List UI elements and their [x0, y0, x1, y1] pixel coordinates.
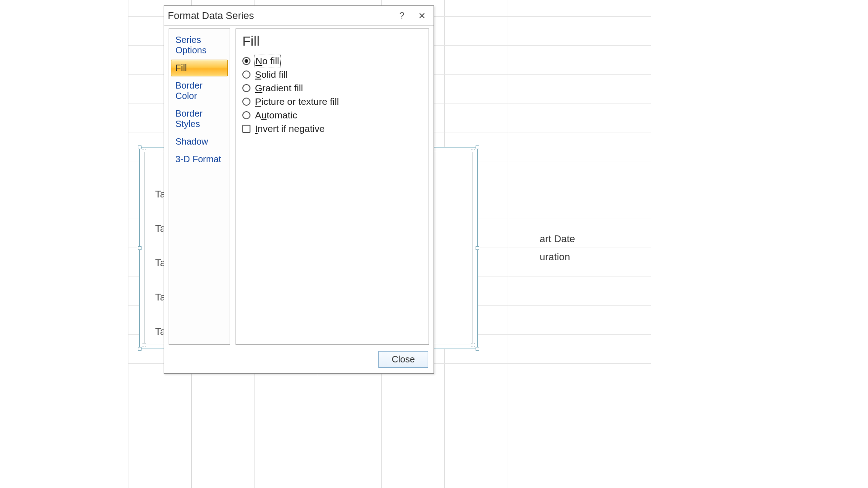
nav-shadow[interactable]: Shadow: [171, 133, 228, 150]
close-window-button[interactable]: ✕: [412, 8, 432, 24]
resize-handle[interactable]: [138, 347, 142, 351]
dialog-body: Series Options Fill Border Color Border …: [164, 26, 434, 347]
nav-series-options[interactable]: Series Options: [171, 32, 228, 59]
legend-entry: uration: [540, 251, 575, 263]
resize-handle[interactable]: [476, 246, 479, 250]
dialog-title: Format Data Series: [168, 10, 392, 22]
radio-label: Gradient fill: [255, 83, 303, 94]
legend-entry: art Date: [540, 233, 575, 245]
close-icon: ✕: [418, 10, 426, 21]
resize-handle[interactable]: [476, 145, 479, 149]
panel-title: Fill: [242, 33, 422, 49]
radio-icon: [242, 84, 250, 92]
checkbox-icon: [242, 125, 250, 133]
radio-label: Picture or texture fill: [255, 96, 339, 107]
nav-border-styles[interactable]: Border Styles: [171, 105, 228, 132]
radio-icon: [242, 57, 250, 65]
radio-automatic[interactable]: Automatic: [242, 108, 422, 122]
radio-label: Automatic: [255, 110, 297, 121]
close-button[interactable]: Close: [378, 351, 428, 368]
resize-handle[interactable]: [476, 347, 479, 351]
checkbox-label: Invert if negative: [255, 123, 325, 134]
help-icon: ?: [399, 10, 404, 21]
nav-3d-format[interactable]: 3-D Format: [171, 151, 228, 168]
dialog-footer: Close: [164, 347, 434, 373]
nav-fill[interactable]: Fill: [171, 60, 228, 76]
radio-label: No fill: [255, 56, 280, 66]
radio-solid-fill[interactable]: Solid fill: [242, 68, 422, 81]
app-stage: ⋯⋯ ⋯⋯ ⋯⋯ ⋯⋯ Tasl Tasl Tasl Tasl Tasl art…: [0, 0, 868, 488]
radio-label: Solid fill: [255, 69, 288, 80]
radio-no-fill[interactable]: No fill: [242, 54, 422, 68]
help-button[interactable]: ?: [392, 8, 412, 24]
radio-icon: [242, 111, 250, 119]
chart-legend[interactable]: art Date uration: [540, 233, 575, 263]
fill-panel: Fill No fill Solid fill Gradient fill Pi…: [236, 28, 429, 345]
radio-icon: [242, 70, 250, 79]
checkbox-invert-if-negative[interactable]: Invert if negative: [242, 122, 422, 136]
nav-border-color[interactable]: Border Color: [171, 77, 228, 104]
radio-picture-texture-fill[interactable]: Picture or texture fill: [242, 95, 422, 108]
category-nav: Series Options Fill Border Color Border …: [169, 28, 230, 345]
dialog-titlebar[interactable]: Format Data Series ? ✕: [164, 6, 434, 26]
resize-handle[interactable]: [138, 246, 142, 250]
resize-handle[interactable]: [138, 145, 142, 149]
radio-gradient-fill[interactable]: Gradient fill: [242, 81, 422, 95]
format-data-series-dialog: Format Data Series ? ✕ Series Options Fi…: [164, 5, 434, 374]
radio-icon: [242, 98, 250, 106]
